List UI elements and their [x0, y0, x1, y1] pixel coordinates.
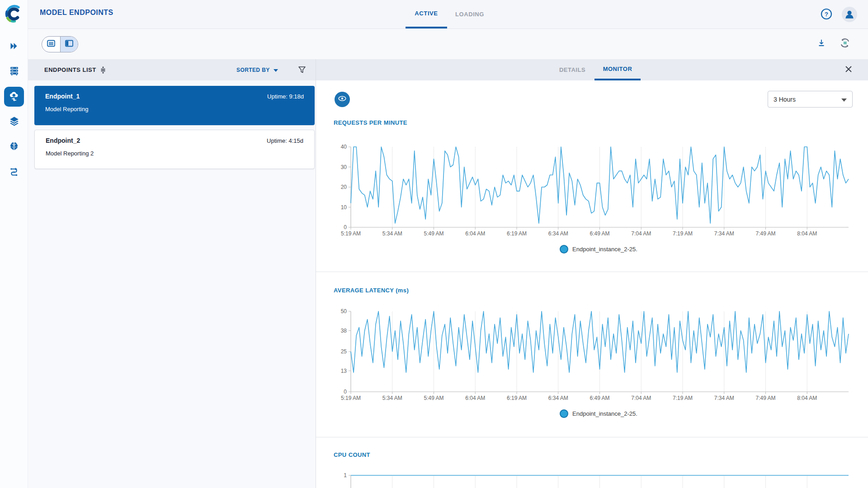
brain-icon	[9, 141, 19, 154]
average-latency-chart: 5:19 AM5:34 AM5:49 AM6:04 AM6:19 AM6:34 …	[330, 308, 868, 405]
svg-text:7:34 AM: 7:34 AM	[714, 395, 734, 401]
svg-text:6:49 AM: 6:49 AM	[590, 230, 609, 237]
auto-refresh-button[interactable]	[838, 37, 852, 51]
section-divider	[316, 272, 868, 272]
svg-text:30: 30	[341, 164, 347, 170]
sidebar-item-workflows[interactable]	[0, 164, 28, 182]
svg-text:7:34 AM: 7:34 AM	[714, 230, 734, 237]
sidebar-item-model-endpoints[interactable]	[4, 87, 24, 107]
svg-text:6:04 AM: 6:04 AM	[465, 395, 485, 401]
endpoint-card[interactable]: Endpoint_1Uptime: 9:18dModel Reporting	[34, 86, 315, 125]
app-sidebar	[0, 0, 28, 488]
svg-text:?: ?	[825, 11, 828, 18]
header-tab-loading[interactable]: LOADING	[447, 0, 492, 28]
svg-text:8:04 AM: 8:04 AM	[797, 395, 817, 401]
expand-double-chevron-icon	[9, 41, 19, 53]
tab-details[interactable]: DETAILS	[549, 59, 595, 80]
visibility-button[interactable]	[335, 92, 350, 107]
svg-text:0: 0	[344, 389, 347, 395]
close-icon	[845, 66, 852, 75]
svg-text:5:34 AM: 5:34 AM	[382, 395, 402, 401]
close-panel-button[interactable]	[842, 64, 855, 76]
requests-per-minute-chart: 5:19 AM5:34 AM5:49 AM6:04 AM6:19 AM6:34 …	[330, 144, 868, 241]
endpoint-description: Model Reporting	[45, 106, 304, 113]
chart-title-latency: AVERAGE LATENCY (ms)	[334, 287, 409, 294]
endpoints-list-header: ENDPOINTS LIST SORTED BY	[28, 59, 316, 80]
svg-text:13: 13	[341, 368, 347, 374]
split-view-icon	[65, 39, 74, 49]
help-button[interactable]: ?	[820, 8, 833, 20]
svg-text:7:19 AM: 7:19 AM	[673, 395, 693, 401]
chart-legend: Endpoint_instance_2-25.	[330, 409, 868, 418]
view-toggle	[42, 36, 78, 52]
sidebar-item-layers[interactable]	[0, 113, 28, 131]
svg-text:50: 50	[341, 308, 347, 314]
chevron-down-icon	[841, 95, 847, 103]
filter-button[interactable]	[297, 66, 307, 75]
endpoints-list-panel: ENDPOINTS LIST SORTED BY En	[28, 59, 316, 488]
endpoint-uptime: Uptime: 4:15d	[267, 137, 303, 144]
user-avatar[interactable]	[842, 7, 857, 22]
auto-refresh-pause-icon	[839, 37, 851, 51]
chart-title-cpu: CPU COUNT	[334, 451, 370, 458]
header-tab-active[interactable]: ACTIVE	[406, 0, 447, 28]
svg-text:0: 0	[344, 224, 347, 230]
endpoint-name: Endpoint_1	[45, 93, 80, 100]
sorted-by-dropdown[interactable]: SORTED BY	[236, 67, 278, 73]
endpoint-name: Endpoint_2	[46, 137, 80, 144]
svg-text:6:34 AM: 6:34 AM	[548, 230, 568, 237]
table-view-button[interactable]	[42, 37, 60, 52]
app-header: MODEL ENDPOINTS ACTIVE LOADING ?	[28, 0, 868, 29]
svg-text:5:34 AM: 5:34 AM	[382, 230, 402, 237]
table-view-icon	[47, 39, 56, 49]
chart-legend: Endpoint_instance_2-25.	[330, 245, 868, 253]
svg-text:7:49 AM: 7:49 AM	[755, 395, 775, 401]
split-view-button[interactable]	[60, 37, 78, 52]
svg-text:6:34 AM: 6:34 AM	[548, 395, 568, 401]
download-button[interactable]	[815, 37, 828, 51]
time-range-select[interactable]: 3 Hours	[768, 91, 853, 108]
sort-button[interactable]	[99, 66, 107, 76]
svg-text:6:19 AM: 6:19 AM	[507, 395, 527, 401]
eye-icon	[337, 94, 347, 105]
view-toolbar	[28, 29, 868, 59]
page-title: MODEL ENDPOINTS	[40, 9, 113, 17]
svg-text:38: 38	[341, 328, 347, 334]
sort-icon	[99, 68, 107, 75]
filter-funnel-icon	[297, 67, 307, 75]
endpoint-card[interactable]: Endpoint_2Uptime: 4:15dModel Reporting 2	[34, 130, 315, 169]
svg-text:7:19 AM: 7:19 AM	[673, 230, 693, 237]
server-rack-icon	[9, 65, 20, 78]
workflow-icon	[9, 166, 19, 179]
svg-text:6:49 AM: 6:49 AM	[590, 395, 609, 401]
svg-text:20: 20	[341, 184, 347, 190]
svg-text:7:04 AM: 7:04 AM	[631, 395, 651, 401]
app-logo[interactable]	[5, 5, 24, 23]
sidebar-item-servers[interactable]	[0, 62, 28, 80]
chevron-down-icon	[274, 67, 278, 73]
svg-text:6:19 AM: 6:19 AM	[507, 230, 527, 237]
svg-text:1: 1	[344, 472, 347, 479]
legend-dot-icon	[560, 245, 568, 253]
time-range-value: 3 Hours	[774, 96, 841, 103]
tab-monitor[interactable]: MONITOR	[594, 59, 641, 80]
model-endpoints-cloud-gear-icon	[8, 90, 20, 103]
legend-dot-icon	[560, 409, 568, 418]
svg-text:8:04 AM: 8:04 AM	[797, 230, 817, 237]
monitor-panel: DETAILS MONITOR 3 Hours	[316, 59, 868, 488]
svg-text:10: 10	[341, 204, 347, 211]
sidebar-item-expand[interactable]	[0, 38, 28, 56]
endpoint-uptime: Uptime: 9:18d	[267, 93, 304, 100]
svg-text:25: 25	[341, 348, 347, 355]
endpoints-list-title: ENDPOINTS LIST	[44, 66, 96, 73]
endpoint-description: Model Reporting 2	[46, 150, 303, 157]
download-icon	[816, 38, 826, 50]
svg-text:40: 40	[341, 144, 347, 150]
svg-text:6:04 AM: 6:04 AM	[465, 230, 485, 237]
chart-title-requests: REQUESTS PER MINUTE	[334, 119, 407, 126]
layers-icon	[9, 116, 20, 129]
cpu-count-chart: 5:19 AM5:34 AM5:49 AM6:04 AM6:19 AM6:34 …	[330, 472, 868, 488]
svg-text:5:19 AM: 5:19 AM	[341, 230, 361, 237]
sidebar-item-ai[interactable]	[0, 138, 28, 156]
monitor-tab-bar: DETAILS MONITOR	[316, 59, 868, 80]
